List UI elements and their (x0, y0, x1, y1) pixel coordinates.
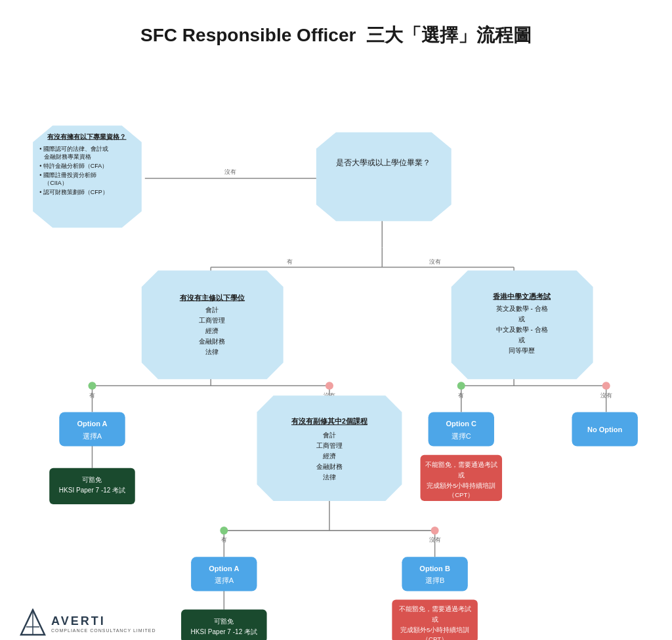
svg-text:有: 有 (287, 258, 293, 265)
svg-text:沒有: 沒有 (429, 258, 441, 265)
option-c-d2: 或 (458, 471, 465, 479)
svg-text:有: 有 (458, 392, 464, 399)
dot-yhk (457, 382, 465, 390)
option-a2-zh: 選擇A (215, 576, 234, 584)
option-a-zh: 選擇A (83, 432, 102, 440)
flowchart: 沒有 有 沒有 有 (13, 54, 659, 640)
logo-subtitle: COMPLIANCE CONSULTANCY LIMITED (51, 628, 156, 633)
q1-text: 是否大學或以上學位畢業？ (336, 158, 430, 167)
option-a-badge (59, 412, 125, 446)
qual-bullet4: • 認可財務策劃師（CFP） (39, 189, 108, 195)
title-en: SFC Responsible Officer (140, 25, 356, 45)
option-b-badge (402, 557, 467, 591)
q2-s5: 法律 (205, 348, 219, 355)
option-c-d1: 不能豁免，需要通過考試 (425, 461, 497, 468)
svg-text:沒有: 沒有 (429, 536, 441, 543)
svg-text:有: 有 (221, 536, 227, 543)
hkexam-i5: 同等學歷 (509, 347, 535, 354)
hkexam-i2: 或 (518, 315, 525, 323)
option-a2-exam: HKSI Paper 7 -12 考試 (191, 628, 257, 635)
option-c-d4: （CPT） (448, 491, 474, 498)
q1-box (316, 132, 452, 222)
page: SFC Responsible Officer 三大「選擇」流程圖 沒有 (0, 0, 672, 640)
qual-bullet1: • 國際認可的法律、會計或 (39, 146, 108, 152)
option-b-d2: 或 (432, 616, 438, 623)
logo-text-container: AVERTI COMPLIANCE CONSULTANCY LIMITED (51, 614, 156, 633)
q3-s1: 會計 (323, 431, 336, 439)
option-a2-badge (191, 557, 257, 591)
q3-title: 有沒有副修其中2個課程 (291, 417, 368, 425)
dot-nq3 (431, 527, 439, 534)
hkexam-i1: 英文及數學 - 合格 (496, 305, 548, 312)
dot-nq2 (326, 382, 333, 390)
q2-s1: 會計 (205, 306, 219, 313)
q3-s5: 法律 (323, 473, 336, 481)
q2-box (142, 271, 284, 380)
option-a-exempt: 可豁免 (82, 476, 102, 483)
option-b-zh: 選擇B (425, 576, 444, 584)
qual-bullet1b: 金融財務專業資格 (44, 153, 91, 160)
option-c-zh: 選擇C (452, 432, 471, 440)
svg-text:沒有: 沒有 (600, 392, 612, 399)
option-c-badge (429, 412, 494, 446)
title-zh: 三大「選擇」流程圖 (366, 25, 532, 45)
q2-s3: 經濟 (205, 327, 219, 334)
dot-ya (88, 382, 96, 390)
hkexam-title: 香港中學文憑考試 (493, 292, 551, 300)
logo-icon (20, 609, 46, 638)
qual-bullet3b: （CIIA） (44, 180, 68, 186)
hkexam-i3: 中文及數學 - 合格 (496, 326, 548, 333)
option-a-label: Option A (77, 420, 107, 428)
qual-title: 有沒有擁有以下專業資格？ (47, 133, 126, 140)
q3-s4: 金融財務 (316, 463, 343, 470)
option-a2-exempt-box (181, 610, 267, 640)
no-option-label: No Option (587, 426, 623, 433)
option-a2-exempt: 可豁免 (214, 618, 234, 625)
option-b-d4: （CPT） (422, 635, 448, 640)
logo-company: AVERTI (51, 614, 106, 628)
page-title: SFC Responsible Officer 三大「選擇」流程圖 (13, 13, 659, 54)
hkexam-box (452, 271, 593, 380)
option-a2-label: Option A (209, 565, 239, 572)
option-c-d3: 完成額外5小時持續培訓 (427, 482, 495, 489)
option-b-label: Option B (419, 565, 450, 572)
q2-s4: 金融財務 (199, 338, 225, 345)
option-c-label: Option C (446, 420, 476, 428)
dot-yq3 (220, 527, 228, 534)
q3-s2: 工商管理 (316, 442, 343, 449)
option-a-exam: HKSI Paper 7 -12 考試 (59, 487, 125, 494)
qual-bullet3: • 國際註冊投資分析師 (39, 172, 96, 178)
q2-title: 有沒有主修以下學位 (179, 294, 245, 302)
q2-s2: 工商管理 (199, 317, 225, 324)
q3-s3: 經濟 (322, 452, 336, 460)
svg-text:有: 有 (89, 392, 95, 399)
option-b-d1: 不能豁免，需要通過考試 (399, 605, 471, 612)
option-b-d3: 完成額外5小時持續培訓 (400, 626, 469, 633)
hkexam-i4: 或 (518, 336, 525, 344)
logo-area: AVERTI COMPLIANCE CONSULTANCY LIMITED (20, 609, 156, 638)
svg-text:沒有: 沒有 (224, 169, 236, 175)
dot-nhk (602, 382, 610, 390)
qual-bullet2: • 特許金融分析師（CFA） (39, 163, 108, 169)
